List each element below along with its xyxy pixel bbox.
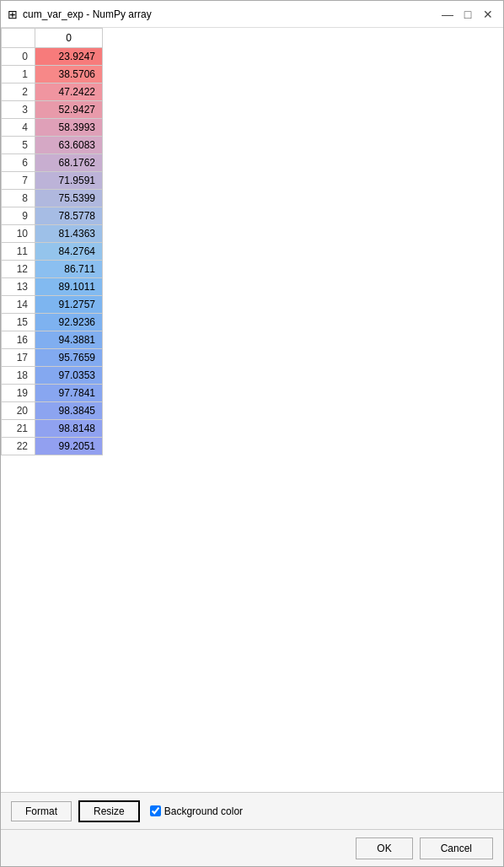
table-row: 2098.3845: [2, 402, 103, 420]
table-scroll[interactable]: 0 023.9247138.5706247.2422352.9427458.39…: [1, 28, 503, 792]
table-row: 138.5706: [2, 66, 103, 83]
table-row: 023.9247: [2, 48, 103, 66]
table-row: 1184.2764: [2, 243, 103, 261]
row-index-cell: 10: [2, 225, 35, 243]
column-header-0: 0: [35, 29, 103, 48]
data-cell[interactable]: 75.5399: [35, 190, 103, 207]
maximize-button[interactable]: □: [459, 6, 476, 23]
table-header-row: 0: [2, 29, 103, 48]
data-cell[interactable]: 92.9236: [35, 314, 103, 331]
table-row: 771.9591: [2, 172, 103, 190]
row-index-cell: 22: [2, 438, 35, 455]
table-row: 2299.2051: [2, 438, 103, 455]
row-index-cell: 4: [2, 119, 35, 137]
table-row: 2198.8148: [2, 420, 103, 438]
format-button[interactable]: Format: [11, 801, 72, 821]
row-index-cell: 6: [2, 154, 35, 172]
data-cell[interactable]: 78.5778: [35, 207, 103, 225]
data-cell[interactable]: 23.9247: [35, 48, 103, 66]
data-cell[interactable]: 86.711: [35, 261, 103, 278]
row-index-cell: 12: [2, 261, 35, 278]
data-cell[interactable]: 91.2757: [35, 296, 103, 314]
row-index-cell: 3: [2, 101, 35, 119]
row-index-cell: 2: [2, 83, 35, 101]
data-cell[interactable]: 98.3845: [35, 402, 103, 420]
row-index-cell: 19: [2, 385, 35, 402]
resize-button[interactable]: Resize: [78, 800, 140, 822]
window-title: cum_var_exp - NumPy array: [23, 8, 439, 20]
data-cell[interactable]: 95.7659: [35, 349, 103, 367]
table-row: 875.5399: [2, 190, 103, 207]
data-cell[interactable]: 63.6083: [35, 137, 103, 154]
table-row: 1389.1011: [2, 278, 103, 296]
row-index-cell: 18: [2, 367, 35, 385]
data-cell[interactable]: 47.2422: [35, 83, 103, 101]
window-controls: — □ ✕: [439, 6, 496, 23]
data-cell[interactable]: 58.3993: [35, 119, 103, 137]
table-row: 1592.9236: [2, 314, 103, 331]
row-index-cell: 11: [2, 243, 35, 261]
table-row: 458.3993: [2, 119, 103, 137]
row-index-cell: 5: [2, 137, 35, 154]
row-index-cell: 14: [2, 296, 35, 314]
table-row: 1897.0353: [2, 367, 103, 385]
data-cell[interactable]: 52.9427: [35, 101, 103, 119]
table-row: 1795.7659: [2, 349, 103, 367]
row-index-cell: 13: [2, 278, 35, 296]
row-index-cell: 0: [2, 48, 35, 66]
index-header: [2, 29, 35, 48]
data-cell[interactable]: 98.8148: [35, 420, 103, 438]
ok-cancel-bar: OK Cancel: [1, 829, 503, 866]
data-cell[interactable]: 81.4363: [35, 225, 103, 243]
table-row: 1997.7841: [2, 385, 103, 402]
data-cell[interactable]: 89.1011: [35, 278, 103, 296]
data-cell[interactable]: 71.9591: [35, 172, 103, 190]
data-cell[interactable]: 99.2051: [35, 438, 103, 455]
row-index-cell: 16: [2, 331, 35, 349]
row-index-cell: 20: [2, 402, 35, 420]
row-index-cell: 17: [2, 349, 35, 367]
app-icon: ⊞: [8, 8, 18, 21]
row-index-cell: 8: [2, 190, 35, 207]
table-body: 023.9247138.5706247.2422352.9427458.3993…: [2, 48, 103, 455]
data-cell[interactable]: 68.1762: [35, 154, 103, 172]
title-bar: ⊞ cum_var_exp - NumPy array — □ ✕: [1, 1, 503, 28]
table-row: 247.2422: [2, 83, 103, 101]
data-table: 0 023.9247138.5706247.2422352.9427458.39…: [1, 28, 103, 455]
bg-color-label: Background color: [164, 805, 243, 817]
table-row: 1694.3881: [2, 331, 103, 349]
data-cell[interactable]: 97.7841: [35, 385, 103, 402]
table-row: 1491.2757: [2, 296, 103, 314]
row-index-cell: 9: [2, 207, 35, 225]
table-row: 563.6083: [2, 137, 103, 154]
row-index-cell: 1: [2, 66, 35, 83]
table-row: 352.9427: [2, 101, 103, 119]
table-row: 1081.4363: [2, 225, 103, 243]
main-window: ⊞ cum_var_exp - NumPy array — □ ✕ 0 023: [0, 0, 504, 867]
row-index-cell: 15: [2, 314, 35, 331]
data-cell[interactable]: 94.3881: [35, 331, 103, 349]
table-row: 978.5778: [2, 207, 103, 225]
row-index-cell: 7: [2, 172, 35, 190]
table-row: 1286.711: [2, 261, 103, 278]
data-cell[interactable]: 38.5706: [35, 66, 103, 83]
minimize-button[interactable]: —: [439, 6, 456, 23]
data-cell[interactable]: 97.0353: [35, 367, 103, 385]
cancel-button[interactable]: Cancel: [420, 837, 493, 859]
bg-color-checkbox-area: Background color: [150, 805, 243, 817]
ok-button[interactable]: OK: [356, 837, 412, 859]
bg-color-checkbox[interactable]: [150, 805, 161, 816]
bottom-bar: Format Resize Background color: [1, 792, 503, 829]
content-area: 0 023.9247138.5706247.2422352.9427458.39…: [1, 28, 503, 866]
close-button[interactable]: ✕: [480, 6, 496, 23]
table-row: 668.1762: [2, 154, 103, 172]
data-cell[interactable]: 84.2764: [35, 243, 103, 261]
row-index-cell: 21: [2, 420, 35, 438]
table-wrapper: 0 023.9247138.5706247.2422352.9427458.39…: [1, 28, 503, 792]
